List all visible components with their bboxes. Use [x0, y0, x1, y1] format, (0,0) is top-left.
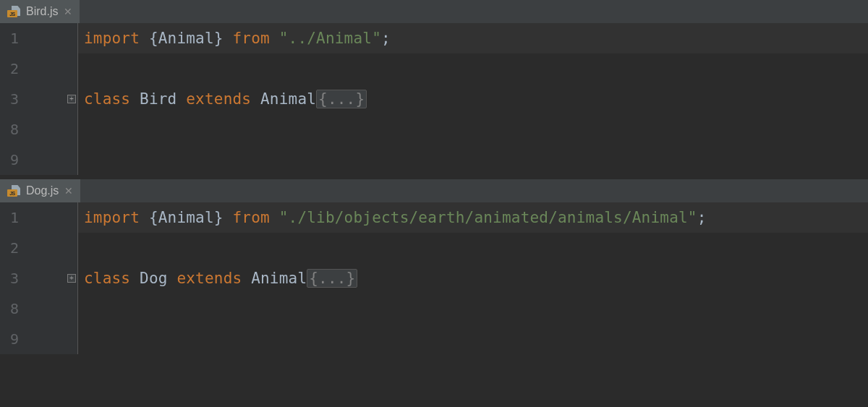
file-tab[interactable]: JSBird.js✕ — [0, 0, 80, 23]
fold-expand-icon[interactable]: + — [67, 274, 76, 283]
code-line[interactable] — [78, 114, 868, 145]
folded-region[interactable]: {...} — [316, 90, 367, 108]
code-token: extends — [186, 90, 260, 108]
code-line[interactable]: import {Animal} from "../Animal"; — [78, 23, 868, 53]
folded-region[interactable]: {...} — [307, 269, 357, 288]
js-file-icon: JS — [7, 185, 20, 197]
js-file-icon: JS — [7, 6, 20, 17]
file-tab[interactable]: JSDog.js✕ — [0, 179, 80, 202]
code-token: } — [214, 209, 233, 226]
line-number[interactable]: 1 — [0, 202, 77, 233]
code-content[interactable]: import {Animal} from "../Animal";class B… — [78, 23, 868, 175]
code-token: from — [233, 209, 279, 226]
editor-pane: JSDog.js✕123+89import {Animal} from "./l… — [0, 179, 868, 354]
code-token: class — [84, 90, 140, 108]
line-number[interactable]: 2 — [0, 53, 77, 84]
gutter: 123+89 — [0, 202, 78, 354]
line-number[interactable]: 3+ — [0, 263, 77, 294]
code-area[interactable]: 123+89import {Animal} from "./lib/object… — [0, 202, 868, 354]
code-token: } — [214, 30, 233, 47]
line-number[interactable]: 9 — [0, 145, 77, 175]
tab-filename: Bird.js — [26, 5, 58, 18]
code-token: Animal — [158, 209, 214, 226]
close-icon[interactable]: ✕ — [64, 185, 73, 197]
code-token: "../Animal" — [279, 30, 381, 47]
code-line[interactable] — [78, 53, 868, 84]
code-area[interactable]: 123+89import {Animal} from "../Animal";c… — [0, 23, 868, 175]
gutter: 123+89 — [0, 23, 78, 175]
code-token: "./lib/objects/earth/animated/animals/An… — [279, 209, 697, 226]
code-token: from — [233, 30, 279, 47]
fold-expand-icon[interactable]: + — [67, 95, 76, 103]
code-token: Animal — [158, 30, 214, 47]
code-token: class — [84, 270, 140, 287]
code-token: Dog — [140, 270, 176, 287]
tab-bar: JSDog.js✕ — [0, 179, 868, 202]
code-line[interactable] — [78, 294, 868, 324]
editor-pane: JSBird.js✕123+89import {Animal} from "..… — [0, 0, 868, 175]
code-token: Bird — [140, 90, 186, 108]
code-token: { — [149, 30, 158, 47]
tab-bar: JSBird.js✕ — [0, 0, 868, 23]
line-number[interactable]: 3+ — [0, 84, 77, 114]
code-token: ; — [697, 209, 707, 226]
code-token: Animal — [251, 270, 307, 287]
line-number[interactable]: 1 — [0, 23, 77, 53]
line-number[interactable]: 8 — [0, 114, 77, 145]
code-content[interactable]: import {Animal} from "./lib/objects/eart… — [78, 202, 868, 354]
code-token: import — [84, 30, 149, 47]
code-line[interactable] — [78, 145, 868, 175]
close-icon[interactable]: ✕ — [64, 6, 72, 17]
code-line[interactable]: import {Animal} from "./lib/objects/eart… — [78, 202, 868, 233]
code-token: extends — [176, 270, 251, 287]
code-token: ; — [381, 30, 391, 47]
code-token: Animal — [260, 90, 316, 108]
tab-filename: Dog.js — [26, 184, 59, 197]
code-line[interactable] — [78, 233, 868, 263]
code-token: import — [84, 209, 149, 226]
code-line[interactable]: class Bird extends Animal{...} — [78, 84, 868, 114]
code-line[interactable] — [78, 324, 868, 354]
code-token: { — [149, 209, 158, 226]
line-number[interactable]: 9 — [0, 324, 77, 354]
line-number[interactable]: 2 — [0, 233, 77, 263]
code-line[interactable]: class Dog extends Animal{...} — [78, 263, 868, 294]
line-number[interactable]: 8 — [0, 294, 77, 324]
